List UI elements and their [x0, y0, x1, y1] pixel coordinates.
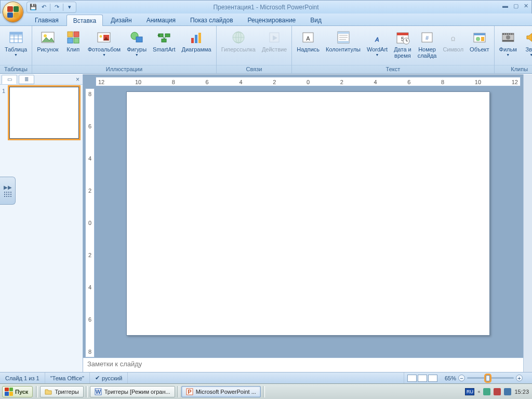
notes-pane[interactable]: Заметки к слайду: [83, 357, 523, 372]
status-bar: Слайд 1 из 1 "Тема Office" ✔русский 65% …: [0, 372, 532, 383]
svg-rect-48: [474, 33, 485, 35]
zoom-level[interactable]: 65%: [445, 375, 456, 381]
panel-close-button[interactable]: ×: [76, 76, 79, 83]
maximize-button[interactable]: ▢: [513, 3, 518, 9]
zoom-out-button[interactable]: −: [458, 375, 465, 381]
task-pane-handle[interactable]: ▶▶: [0, 177, 16, 205]
svg-point-7: [44, 34, 47, 37]
qat-undo-button[interactable]: ↶: [39, 3, 48, 11]
qat-customize-button[interactable]: ▾: [65, 3, 74, 11]
outline-tab[interactable]: ≣: [19, 75, 34, 84]
tab-анимация[interactable]: Анимация: [140, 14, 182, 25]
svg-text:P: P: [188, 389, 191, 395]
tab-вставка[interactable]: Вставка: [66, 15, 103, 26]
ribbon-shapes-button[interactable]: Фигуры▼: [124, 28, 149, 57]
ribbon-tabs: ГлавнаяВставкаДизайнАнимацияПоказ слайдо…: [0, 14, 532, 26]
clock[interactable]: 15:23: [514, 389, 529, 395]
ribbon-slidenum-button[interactable]: #Номер слайда: [415, 28, 440, 59]
vertical-scrollbar[interactable]: [523, 74, 532, 372]
minimize-button[interactable]: ▬: [502, 3, 508, 9]
hyperlink-icon: [230, 29, 247, 46]
start-button[interactable]: Пуск: [2, 386, 33, 397]
tab-показ слайдов[interactable]: Показ слайдов: [183, 14, 240, 25]
ribbon-table-button[interactable]: Таблица▼: [2, 28, 30, 57]
dropdown-icon: ▼: [376, 53, 379, 57]
ribbon-sound-button[interactable]: Звук▼: [521, 28, 532, 57]
slide-canvas[interactable]: [126, 91, 490, 336]
ribbon-symbol-button: ΩСимвол: [440, 28, 466, 53]
office-button[interactable]: [3, 2, 23, 22]
sorter-view-button[interactable]: [418, 375, 427, 382]
slide-thumbnails: 1: [0, 85, 83, 372]
svg-rect-66: [504, 388, 511, 395]
svg-rect-39: [397, 33, 408, 35]
horizontal-ruler[interactable]: 12108642024681012: [96, 77, 521, 86]
svg-point-49: [476, 37, 480, 41]
ribbon-movie-button[interactable]: Фильм▼: [497, 28, 520, 57]
slides-tab[interactable]: ▭: [2, 75, 17, 84]
ribbon-group-Текст: AНадписьКолонтитулыAWordArt▼5Дата и врем…: [292, 26, 494, 73]
tab-дизайн[interactable]: Дизайн: [104, 14, 138, 25]
tray-icon[interactable]: [494, 388, 501, 395]
ribbon-group-Таблицы: Таблица▼Таблицы: [0, 26, 32, 73]
ribbon-group-Связи: ГиперссылкаДействиеСвязи: [217, 26, 292, 73]
status-theme[interactable]: "Тема Office": [45, 373, 90, 383]
svg-text:Ω: Ω: [451, 36, 455, 42]
svg-text:A: A: [375, 36, 379, 43]
zoom-in-button[interactable]: +: [516, 375, 523, 381]
ribbon-button-label: Дата и время: [394, 46, 411, 59]
taskbar-item-folder[interactable]: Триггеры: [40, 386, 83, 397]
ribbon-clip-button[interactable]: Клип: [62, 28, 84, 53]
taskbar-item-label: Триггеры [Режим огран...: [104, 389, 170, 395]
ribbon-wordart-button[interactable]: AWordArt▼: [364, 28, 390, 57]
normal-view-button[interactable]: [407, 375, 417, 382]
spellcheck-icon: ✔: [95, 375, 100, 381]
ribbon-button-label: SmartArt: [153, 46, 175, 52]
slideshow-view-button[interactable]: [428, 375, 437, 382]
ribbon-headerfooter-button[interactable]: Колонтитулы: [323, 28, 363, 53]
slide-canvas-area[interactable]: [96, 88, 521, 357]
taskbar-item-ppt[interactable]: PMicrosoft PowerPoint ...: [181, 386, 261, 397]
status-slide-info[interactable]: Слайд 1 из 1: [0, 373, 45, 383]
ribbon-textbox-button[interactable]: AНадпись: [294, 28, 322, 53]
zoom-slider[interactable]: [467, 377, 514, 379]
picture-icon: [39, 29, 56, 46]
action-icon: [266, 29, 283, 46]
zoom-control: 65% − +: [441, 375, 532, 381]
dropdown-icon: ▼: [506, 53, 510, 57]
status-spellcheck[interactable]: ✔русский: [90, 373, 128, 383]
tray-icon[interactable]: [504, 388, 511, 395]
object-icon: [471, 29, 488, 46]
shapes-icon: [128, 29, 145, 46]
tab-главная[interactable]: Главная: [28, 14, 65, 25]
qat-redo-button[interactable]: ↷: [52, 3, 61, 11]
close-button[interactable]: ✕: [524, 3, 528, 9]
table-icon: [8, 29, 24, 46]
ribbon-object-button[interactable]: Объект: [467, 28, 491, 53]
view-buttons: [404, 373, 441, 383]
slidenum-icon: #: [419, 29, 435, 46]
ribbon-smartart-button[interactable]: SmartArt: [150, 28, 178, 53]
taskbar-item-word[interactable]: WТриггеры [Режим огран...: [90, 386, 175, 397]
ribbon-button-label: Звук: [526, 46, 532, 52]
ribbon-group-label: Текст: [292, 65, 494, 73]
tray-expand-icon[interactable]: «: [477, 389, 480, 394]
tab-вид[interactable]: Вид: [303, 14, 328, 25]
language-indicator[interactable]: RU: [465, 388, 474, 395]
chart-icon: [188, 29, 205, 46]
ribbon-chart-button[interactable]: Диаграмма: [179, 28, 214, 53]
ribbon-picture-button[interactable]: Рисунок: [34, 28, 61, 53]
ribbon-datetime-button[interactable]: 5Дата и время: [391, 28, 414, 59]
ribbon-button-label: Фильм: [499, 46, 517, 52]
qat-save-button[interactable]: 💾: [29, 3, 37, 11]
ribbon-button-label: WordArt: [367, 46, 388, 52]
quick-access-toolbar: 💾 ↶ ↷ ▾: [26, 2, 76, 13]
vertical-ruler[interactable]: 864202468: [85, 88, 95, 357]
ribbon-button-label: Диаграмма: [182, 46, 211, 52]
tray-icon[interactable]: [483, 388, 490, 395]
slide-thumbnail-1[interactable]: 1: [2, 87, 81, 139]
tab-рецензирование[interactable]: Рецензирование: [241, 14, 303, 25]
ribbon-group-label: Клипы мультимедиа: [495, 65, 532, 73]
ribbon-button-label: Надпись: [297, 46, 320, 52]
ribbon-album-button[interactable]: Фотоальбом▼: [85, 28, 124, 57]
